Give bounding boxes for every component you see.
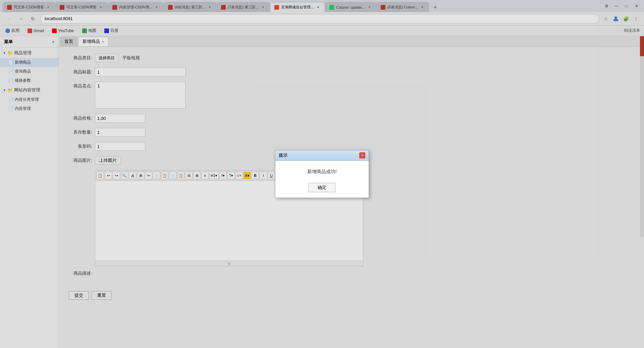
- modal-title: 提示: [279, 152, 287, 158]
- modal-ok-button[interactable]: 确定: [309, 183, 335, 192]
- modal-close-button[interactable]: ×: [359, 152, 365, 158]
- alert-dialog: 提示 × 新增商品成功! 确定: [275, 150, 369, 198]
- modal-message: 新增商品成功!: [307, 169, 337, 174]
- modal-body: 新增商品成功!: [275, 161, 369, 180]
- modal-footer: 确定: [275, 180, 369, 198]
- modal-overlay: 提示 × 新增商品成功! 确定: [0, 0, 644, 348]
- modal-header: 提示 ×: [275, 150, 369, 161]
